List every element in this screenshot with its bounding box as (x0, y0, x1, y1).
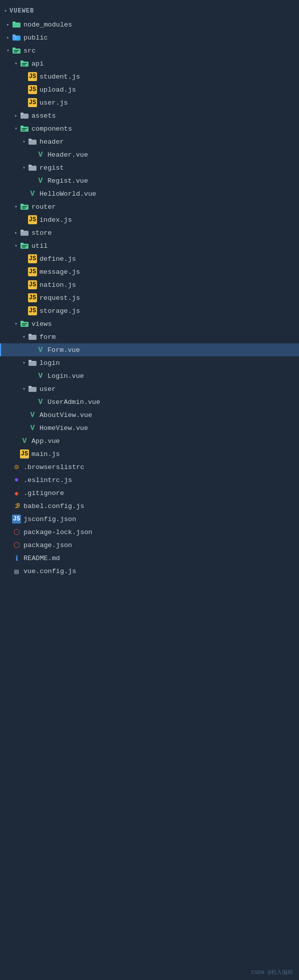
root-heading[interactable]: ▾ VUEWEB (0, 4, 299, 18)
tree-item-readme[interactable]: ℹ README.md (0, 552, 299, 565)
item-label: package.json (24, 542, 72, 549)
tree-item-helloworld_vue[interactable]: V HelloWorld.vue (0, 187, 299, 200)
vue-icon: V (28, 189, 37, 198)
folder-icon (28, 163, 37, 172)
svg-rect-44 (28, 386, 32, 388)
tree-item-useradmin_vue[interactable]: V UserAdmin.vue (0, 395, 299, 408)
item-label: api (32, 60, 44, 68)
svg-rect-33 (22, 245, 27, 246)
folder-icon (12, 20, 21, 29)
item-label: user (40, 385, 56, 393)
tree-item-aboutview_vue[interactable]: V AboutView.vue (0, 408, 299, 421)
tree-item-store[interactable]: store (0, 226, 299, 239)
svg-rect-40 (28, 334, 32, 336)
tree-item-student_js[interactable]: JS student.js (0, 70, 299, 83)
tree-item-regist_vue[interactable]: V Regist.vue (0, 174, 299, 187)
arrow-icon (20, 333, 28, 341)
tree-item-message_js[interactable]: JS message.js (0, 265, 299, 278)
vue-config-icon: ▤ (12, 567, 21, 576)
tree-item-public[interactable]: 🌐 public (0, 31, 299, 44)
item-label: regist (40, 164, 64, 172)
tree-item-jsconfig[interactable]: JS jsconfig.json (0, 513, 299, 526)
item-label: README.md (24, 555, 60, 562)
tree-item-storage_js[interactable]: JS storage.js (0, 304, 299, 317)
file-tree: ▾ VUEWEB node_modules 🌐 public (0, 0, 299, 582)
svg-rect-8 (12, 48, 16, 50)
tree-item-components[interactable]: components (0, 122, 299, 135)
vue-icon: V (28, 410, 37, 419)
svg-rect-13 (22, 63, 27, 64)
folder-icon (28, 358, 37, 367)
svg-rect-4 (12, 35, 16, 37)
tree-item-router[interactable]: router (0, 200, 299, 213)
tree-item-header_vue[interactable]: V Header.vue (0, 148, 299, 161)
item-label: student.js (40, 73, 80, 81)
tree-item-app_vue[interactable]: V App.vue (0, 434, 299, 447)
item-label: Header.vue (48, 151, 88, 159)
tree-item-pkg_lock[interactable]: ⬡ package-lock.json (0, 526, 299, 539)
item-label: util (32, 242, 48, 250)
vue-icon: V (36, 345, 45, 354)
tree-item-homeview_vue[interactable]: V HomeView.vue (0, 421, 299, 434)
js-icon: JS (28, 254, 37, 263)
item-label: Form.vue (48, 346, 80, 354)
folder-icon (20, 59, 29, 68)
item-label: request.js (40, 294, 80, 302)
tree-item-babel_config[interactable]: ℬ babel.config.js (0, 500, 299, 513)
tree-item-src[interactable]: src (0, 44, 299, 57)
tree-item-main_js[interactable]: JS main.js (0, 447, 299, 460)
git-icon: ◆ (12, 488, 21, 498)
item-label: package-lock.json (24, 529, 92, 536)
tree-item-form_vue[interactable]: V Form.vue (0, 343, 299, 356)
tree-item-header[interactable]: header (0, 135, 299, 148)
tree-item-vue_config[interactable]: ▤ vue.config.js (0, 565, 299, 578)
tree-item-nation_js[interactable]: JS nation.js (0, 278, 299, 291)
svg-rect-16 (20, 113, 24, 115)
tree-item-form[interactable]: form (0, 330, 299, 343)
tree-item-assets[interactable]: assets (0, 109, 299, 122)
item-label: store (32, 229, 52, 237)
svg-rect-34 (22, 247, 26, 248)
tree-item-user_js[interactable]: JS user.js (0, 96, 299, 109)
tree-item-login_vue[interactable]: V Login.vue (0, 369, 299, 382)
tree-item-util[interactable]: util (0, 239, 299, 252)
tree-item-browserslistrc[interactable]: ⊙ .browserslistrc (0, 460, 299, 473)
item-label: upload.js (40, 86, 76, 94)
pkg-icon: ⬡ (12, 541, 21, 550)
item-label: nation.js (40, 281, 76, 289)
arrow-icon (20, 359, 28, 367)
tree-item-request_js[interactable]: JS request.js (0, 291, 299, 304)
tree-item-gitignore[interactable]: ◆ .gitignore (0, 486, 299, 500)
tree-item-pkg[interactable]: ⬡ package.json (0, 539, 299, 552)
item-label: jsconfig.json (24, 516, 76, 523)
js-icon: JS (28, 280, 37, 289)
tree-item-upload_js[interactable]: JS upload.js (0, 83, 299, 96)
item-label: main.js (32, 450, 60, 458)
tree-item-define_js[interactable]: JS define.js (0, 252, 299, 265)
item-label: Login.vue (48, 372, 84, 380)
js-icon: JS (28, 267, 37, 276)
js-icon: JS (20, 449, 29, 458)
js-icon: JS (28, 293, 37, 302)
browserslist-icon: ⊙ (12, 462, 21, 471)
tree-item-eslintrc[interactable]: ● .eslintrc.js (0, 473, 299, 486)
vue-icon: V (36, 397, 45, 406)
tree-item-login[interactable]: login (0, 356, 299, 369)
tree-item-user[interactable]: user (0, 382, 299, 395)
vue-icon: V (20, 436, 29, 445)
babel-icon: ℬ (12, 502, 21, 511)
arrow-icon (20, 164, 28, 172)
tree-item-views[interactable]: views (0, 317, 299, 330)
tree-item-api[interactable]: api (0, 57, 299, 70)
arrow-icon (12, 320, 20, 328)
tree-item-node_modules[interactable]: node_modules (0, 18, 299, 31)
svg-rect-2 (12, 22, 16, 24)
item-label: .browserslistrc (24, 463, 84, 471)
item-label: AboutView.vue (40, 411, 92, 419)
tree-item-router_index_js[interactable]: JS index.js (0, 213, 299, 226)
vue-icon: V (28, 423, 37, 432)
svg-rect-36 (20, 321, 24, 323)
svg-rect-30 (20, 230, 24, 232)
tree-item-regist[interactable]: regist (0, 161, 299, 174)
item-label: user.js (40, 99, 68, 107)
